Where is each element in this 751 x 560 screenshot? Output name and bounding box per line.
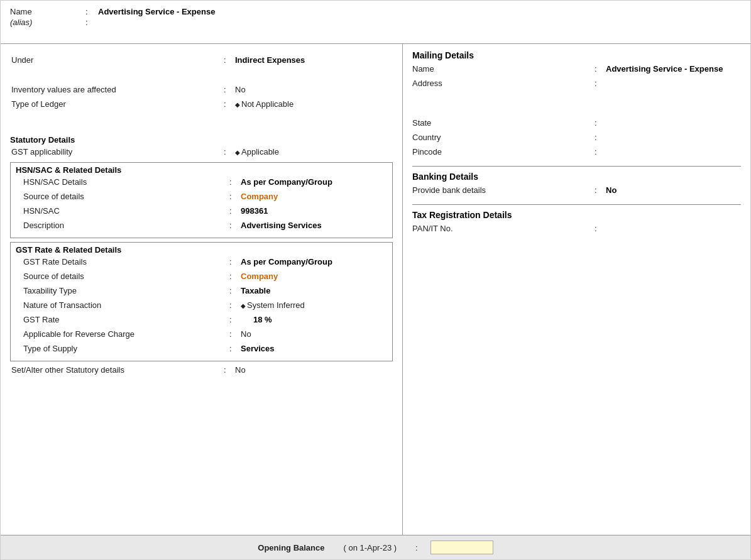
applicable-reverse-charge-row: Applicable for Reverse Charge : No — [16, 329, 387, 342]
alias-row: (alias) : — [10, 18, 741, 27]
diamond-icon2: ◆ — [235, 149, 240, 156]
set-alter-colon: : — [224, 365, 235, 375]
nature-of-transaction-row: Nature of Transaction : ◆System Inferred — [16, 300, 387, 313]
applicable-reverse-charge-value: No — [241, 329, 251, 339]
source-of-details-1-row: Source of details : Company — [16, 192, 387, 204]
right-name-colon: : — [595, 64, 606, 74]
type-of-ledger-row: Type of Ledger : ◆Not Applicable — [10, 99, 393, 112]
right-country-colon: : — [595, 133, 606, 142]
top-section: Name : Advertising Service - Expense (al… — [1, 1, 750, 44]
right-address-colon: : — [595, 79, 606, 88]
banking-section: Banking Details Provide bank details : N… — [412, 166, 741, 198]
gst-rate-colon: : — [229, 315, 241, 324]
right-name-value: Advertising Service - Expense — [606, 64, 723, 74]
provide-bank-colon: : — [595, 185, 606, 195]
right-pincode-label: Pincode — [412, 147, 595, 156]
applicable-reverse-charge-colon: : — [229, 329, 241, 339]
mailing-section-title: Mailing Details — [412, 50, 741, 60]
opening-balance-colon: : — [415, 543, 418, 552]
right-name-row: Name : Advertising Service - Expense — [412, 64, 741, 77]
source-of-details-2-row: Source of details : Company — [16, 272, 387, 284]
taxability-type-label: Taxability Type — [16, 286, 229, 295]
description-value: Advertising Services — [241, 221, 322, 230]
taxability-type-row: Taxability Type : Taxable — [16, 286, 387, 299]
hsnsac-row: HSN/SAC : 998361 — [16, 206, 387, 219]
pan-it-colon: : — [595, 224, 606, 233]
right-country-label: Country — [412, 133, 595, 142]
statutory-section-title: Statutory Details — [10, 135, 393, 145]
hsnsac-colon: : — [229, 206, 241, 216]
source-of-details-1-value: Company — [241, 192, 278, 201]
opening-balance-input[interactable] — [430, 541, 493, 554]
gst-rate-details-colon: : — [229, 257, 241, 266]
right-country-row: Country : — [412, 133, 741, 145]
hsnsac-label: HSN/SAC — [16, 206, 229, 216]
inventory-row: Inventory values are affected : No — [10, 85, 393, 97]
set-alter-value: No — [235, 365, 246, 375]
hsnsac-subsection: HSN/SAC & Related Details HSN/SAC Detail… — [10, 162, 393, 238]
hsnsac-details-colon: : — [229, 177, 241, 187]
under-value: Indirect Expenses — [235, 55, 305, 65]
opening-balance-label: Opening Balance — [258, 543, 324, 552]
opening-balance-date: ( on 1-Apr-23 ) — [344, 543, 397, 552]
pan-it-row: PAN/IT No. : — [412, 224, 741, 236]
nature-of-transaction-value: ◆System Inferred — [241, 300, 305, 310]
hsnsac-details-label: HSN/SAC Details — [16, 177, 229, 187]
type-of-supply-label: Type of Supply — [16, 344, 229, 353]
banking-section-title: Banking Details — [412, 172, 741, 182]
inventory-value: No — [235, 85, 246, 94]
left-panel: Under : Indirect Expenses Inventory valu… — [1, 44, 403, 535]
nature-of-transaction-label: Nature of Transaction — [16, 300, 229, 310]
right-state-colon: : — [595, 118, 606, 128]
name-row: Name : Advertising Service - Expense — [10, 7, 741, 16]
source-of-details-2-label: Source of details — [16, 272, 229, 281]
right-address-row: Address : — [412, 79, 741, 91]
right-panel: Mailing Details Name : Advertising Servi… — [403, 44, 750, 535]
under-colon: : — [224, 55, 235, 65]
gst-rate-section-title: GST Rate & Related Details — [16, 245, 387, 255]
description-row: Description : Advertising Services — [16, 221, 387, 233]
taxability-type-colon: : — [229, 286, 241, 295]
description-label: Description — [16, 221, 229, 230]
right-state-label: State — [412, 118, 595, 128]
gst-applicability-colon: : — [224, 147, 235, 156]
gst-rate-label: GST Rate — [16, 315, 229, 324]
right-address-label: Address — [412, 79, 595, 88]
name-colon: : — [85, 7, 98, 16]
source-of-details-2-colon: : — [229, 272, 241, 281]
diamond-icon: ◆ — [235, 101, 240, 108]
nature-of-transaction-colon: : — [229, 300, 241, 310]
applicable-reverse-charge-label: Applicable for Reverse Charge — [16, 329, 229, 339]
name-value: Advertising Service - Expense — [98, 7, 215, 16]
hsnsac-section-title: HSN/SAC & Related Details — [16, 165, 387, 175]
main-body: Under : Indirect Expenses Inventory valu… — [1, 44, 750, 535]
type-of-supply-colon: : — [229, 344, 241, 353]
type-of-ledger-label: Type of Ledger — [10, 99, 224, 109]
source-of-details-1-label: Source of details — [16, 192, 229, 201]
provide-bank-label: Provide bank details — [412, 185, 595, 195]
taxability-type-value: Taxable — [241, 286, 270, 295]
hsnsac-details-row: HSN/SAC Details : As per Company/Group — [16, 177, 387, 190]
alias-colon: : — [85, 18, 98, 27]
type-of-supply-row: Type of Supply : Services — [16, 344, 387, 356]
type-of-ledger-colon: : — [224, 99, 235, 109]
under-label: Under — [10, 55, 224, 65]
gst-applicability-row: GST applicability : ◆Applicable — [10, 147, 393, 160]
set-alter-label: Set/Alter other Statutory details — [10, 365, 224, 375]
alias-label: (alias) — [10, 18, 85, 27]
gst-applicability-label: GST applicability — [10, 147, 224, 156]
provide-bank-value: No — [606, 185, 617, 195]
under-row: Under : Indirect Expenses — [10, 55, 393, 68]
gst-rate-details-row: GST Rate Details : As per Company/Group — [16, 257, 387, 270]
right-pincode-colon: : — [595, 147, 606, 156]
right-name-label: Name — [412, 64, 595, 74]
gst-rate-row: GST Rate : 18 % — [16, 315, 387, 327]
gst-rate-details-value: As per Company/Group — [241, 257, 332, 266]
source-of-details-2-value: Company — [241, 272, 278, 281]
page-container: Name : Advertising Service - Expense (al… — [0, 0, 751, 560]
pan-it-label: PAN/IT No. — [412, 224, 595, 233]
diamond-icon3: ◆ — [241, 302, 246, 309]
description-colon: : — [229, 221, 241, 230]
name-label: Name — [10, 7, 85, 16]
hsnsac-details-value: As per Company/Group — [241, 177, 332, 187]
